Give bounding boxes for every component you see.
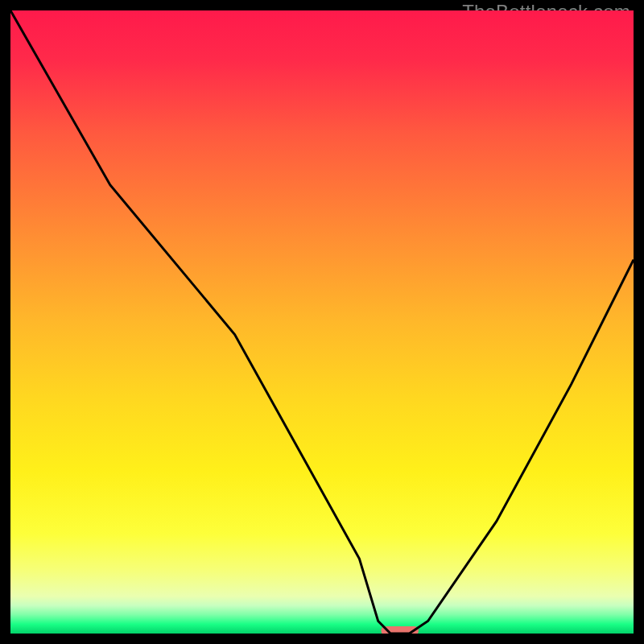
plot-area — [10, 10, 634, 634]
bottleneck-chart — [10, 10, 634, 634]
chart-frame: TheBottleneck.com — [10, 10, 634, 634]
gradient-background — [10, 10, 634, 634]
